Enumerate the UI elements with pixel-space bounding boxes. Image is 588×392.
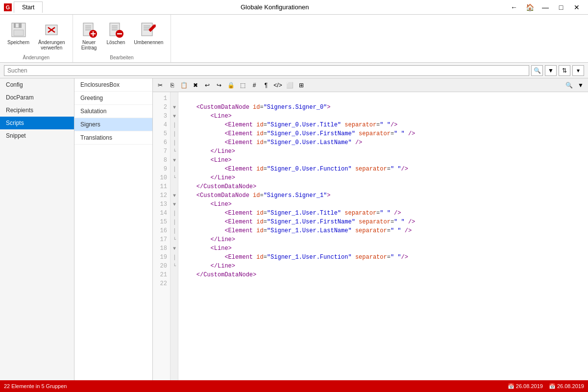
speichern-button[interactable]: Speichern xyxy=(4,19,33,48)
fold-17: └ xyxy=(171,235,178,244)
fold-6: │ xyxy=(171,138,178,147)
aenderungen-group-label: Änderungen xyxy=(23,53,50,60)
fold-16: │ xyxy=(171,226,178,235)
editor-content[interactable]: 12345 678910 1112131415 1617181920 2122 … xyxy=(153,92,588,380)
umbenennen-label: Umbenennen xyxy=(134,40,163,45)
fold-12[interactable]: ▼ xyxy=(171,191,178,200)
window-controls: ← 🏠 — □ ✕ xyxy=(507,2,584,12)
svg-rect-3 xyxy=(14,30,24,36)
app-logo: G xyxy=(4,3,12,11)
title-tabs: Start xyxy=(14,1,43,13)
tab-start[interactable]: Start xyxy=(14,1,43,13)
status-date2: 📅 26.08.2019 xyxy=(549,383,584,390)
redo-button[interactable]: ↪ xyxy=(214,80,224,90)
sidebar-item-recipients[interactable]: Recipients xyxy=(0,104,74,117)
sort-button[interactable]: ⇅ xyxy=(559,65,570,76)
ribbon-buttons-aenderungen: Speichern Änderungen verwerfen xyxy=(4,17,69,53)
ribbon-buttons-bearbeiten: Neuer Eintrag Löschen xyxy=(77,17,167,53)
close-button[interactable]: ✕ xyxy=(569,2,584,12)
window-title: Globale Konfigurationen xyxy=(43,3,507,11)
bearbeiten-group-label: Bearbeiten xyxy=(110,53,133,60)
fold-15: │ xyxy=(171,218,178,226)
fold-22 xyxy=(171,279,178,288)
speichern-label: Speichern xyxy=(7,40,29,45)
middle-panel: EnclosuresBox Greeting Salutation Signer… xyxy=(74,78,153,380)
sidebar: Config DocParam Recipients Scripts Snipp… xyxy=(0,78,74,380)
fold-9: │ xyxy=(171,165,178,173)
ribbon-group-bearbeiten: Neuer Eintrag Löschen xyxy=(73,15,172,62)
speichern-icon xyxy=(10,21,27,39)
middle-item-salutation[interactable]: Salutation xyxy=(74,105,152,118)
fold-2[interactable]: ▼ xyxy=(171,103,178,112)
ribbon-group-aenderungen: Speichern Änderungen verwerfen Änderunge… xyxy=(0,15,73,62)
aenderungen-verwerfen-label: Änderungen verwerfen xyxy=(38,40,65,50)
hash-button[interactable]: # xyxy=(249,80,260,90)
grid-button[interactable]: ⊞ xyxy=(296,80,307,90)
copy-button[interactable]: ⎘ xyxy=(167,80,177,90)
search-input[interactable] xyxy=(4,65,529,76)
fold-10: └ xyxy=(171,173,178,182)
middle-item-signers[interactable]: Signers xyxy=(74,118,152,131)
comment-button[interactable]: ⬜ xyxy=(284,80,295,90)
loeschen-icon xyxy=(107,21,124,39)
sidebar-item-snippet[interactable]: Snippet xyxy=(0,129,74,142)
sidebar-item-scripts[interactable]: Scripts xyxy=(0,117,74,129)
code-button[interactable]: </> xyxy=(272,80,283,90)
fold-13[interactable]: ▼ xyxy=(171,200,178,209)
fold-5: │ xyxy=(171,129,178,138)
editor-search-button[interactable]: 🔍 xyxy=(564,80,574,90)
paste-button[interactable]: 📋 xyxy=(178,80,189,90)
umbenennen-icon xyxy=(140,21,157,39)
neuer-eintrag-button[interactable]: Neuer Eintrag xyxy=(77,19,101,53)
aenderungen-verwerfen-button[interactable]: Änderungen verwerfen xyxy=(35,19,69,53)
fold-11 xyxy=(171,182,178,191)
umbenennen-button[interactable]: Umbenennen xyxy=(130,19,167,48)
minimize-button[interactable]: — xyxy=(538,2,553,12)
neuer-eintrag-label: Neuer Eintrag xyxy=(81,40,97,50)
maximize-button[interactable]: □ xyxy=(554,2,568,12)
loeschen-label: Löschen xyxy=(107,40,125,45)
back-button[interactable]: ← xyxy=(507,2,521,12)
middle-item-translations[interactable]: Translations xyxy=(74,131,152,145)
collapse-button[interactable]: ▾ xyxy=(572,65,584,76)
fold-3[interactable]: ▼ xyxy=(171,112,178,121)
sidebar-item-config[interactable]: Config xyxy=(0,78,74,91)
loeschen-button[interactable]: Löschen xyxy=(103,19,129,48)
neuer-eintrag-icon xyxy=(80,21,98,39)
editor-toolbar: ✂ ⎘ 📋 ✖ ↩ ↪ 🔒 ⬚ # ¶ </> ⬜ ⊞ 🔍 ▼ xyxy=(153,78,588,92)
ribbon: Speichern Änderungen verwerfen Änderunge… xyxy=(0,15,588,63)
main-content: Config DocParam Recipients Scripts Snipp… xyxy=(0,78,588,380)
fold-19: │ xyxy=(171,253,178,262)
middle-item-greeting[interactable]: Greeting xyxy=(74,92,152,105)
paragraph-button[interactable]: ¶ xyxy=(261,80,271,90)
title-bar: G Start Globale Konfigurationen ← 🏠 — □ … xyxy=(0,0,588,15)
fold-21 xyxy=(171,270,178,279)
lock-button[interactable]: 🔒 xyxy=(225,80,236,90)
status-right: 📅 26.08.2019 📅 26.08.2019 xyxy=(508,383,584,390)
fold-7: └ xyxy=(171,147,178,156)
title-bar-left: G Start xyxy=(4,1,43,13)
fold-column: ▼ ▼ │ │ │ └ ▼ │ └ ▼ ▼ │ │ │ └ ▼ │ └ xyxy=(171,92,178,380)
cut-button[interactable]: ✂ xyxy=(155,80,166,90)
line-numbers: 12345 678910 1112131415 1617181920 2122 xyxy=(153,92,171,380)
search-button[interactable]: 🔍 xyxy=(531,65,543,76)
fold-18[interactable]: ▼ xyxy=(171,244,178,253)
fold-20: └ xyxy=(171,262,178,270)
status-date1: 📅 26.08.2019 xyxy=(508,383,543,390)
fold-8[interactable]: ▼ xyxy=(171,156,178,165)
sidebar-item-docparam[interactable]: DocParam xyxy=(0,91,74,104)
svg-rect-2 xyxy=(16,24,19,27)
search-bar: 🔍 ▼ ⇅ ▾ xyxy=(0,63,588,78)
editor-menu-button[interactable]: ▼ xyxy=(575,80,586,90)
wrap-button[interactable]: ⬚ xyxy=(237,80,248,90)
filter-button[interactable]: ▼ xyxy=(545,65,557,76)
middle-item-enclosuresbox[interactable]: EnclosuresBox xyxy=(74,78,152,92)
home-button[interactable]: 🏠 xyxy=(522,2,537,12)
code-area[interactable]: <CustomDataNode id="Signers.Signer_0"> <… xyxy=(178,92,588,380)
fold-4: │ xyxy=(171,121,178,129)
fold-14: │ xyxy=(171,209,178,218)
status-left: 22 Elemente in 5 Gruppen xyxy=(4,383,67,389)
delete-button[interactable]: ✖ xyxy=(190,80,201,90)
undo-button[interactable]: ↩ xyxy=(202,80,213,90)
fold-1 xyxy=(171,94,178,103)
